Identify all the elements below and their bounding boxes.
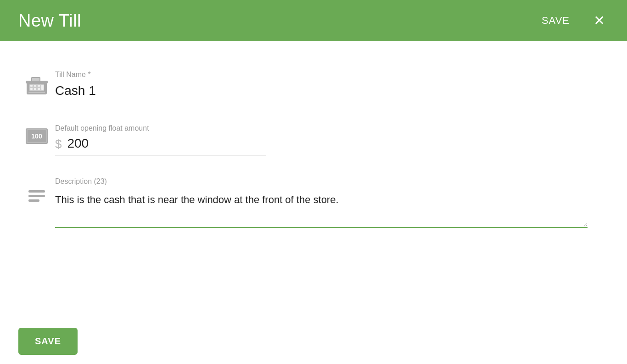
description-row: Description (23) This is the cash that i… (0, 166, 627, 241)
svg-rect-10 (34, 88, 36, 90)
svg-rect-5 (26, 81, 48, 83)
till-name-label: Till Name * (55, 71, 609, 79)
svg-rect-11 (38, 88, 40, 90)
description-field: Description (23) This is the cash that i… (55, 177, 609, 230)
svg-rect-17 (28, 190, 45, 193)
cash-register-icon-container (18, 71, 55, 95)
currency-symbol: $ (55, 135, 62, 151)
svg-rect-12 (41, 85, 44, 90)
app-container: New Till SAVE ✕ (0, 0, 627, 364)
description-label: Description (23) (55, 177, 609, 186)
float-amount-input[interactable] (67, 136, 266, 151)
float-amount-label: Default opening float amount (55, 124, 609, 132)
svg-rect-7 (34, 85, 36, 87)
header-save-button[interactable]: SAVE (540, 11, 571, 30)
float-input-wrapper: $ (55, 135, 266, 155)
till-name-row: Till Name * (0, 60, 627, 113)
svg-rect-6 (30, 85, 33, 87)
cash-register-icon (25, 74, 49, 95)
till-name-field: Till Name * (55, 71, 609, 102)
form-content: Till Name * 100 Default opening float am… (0, 41, 627, 319)
lines-icon-container (18, 177, 55, 204)
float-amount-field: Default opening float amount $ (55, 124, 609, 155)
lines-icon (28, 190, 45, 204)
float-amount-row: 100 Default opening float amount $ (0, 113, 627, 166)
money-icon: 100 (25, 128, 48, 144)
description-textarea[interactable]: This is the cash that is near the window… (55, 188, 588, 228)
money-icon-container: 100 (18, 124, 55, 144)
svg-rect-8 (38, 85, 40, 87)
svg-rect-18 (28, 195, 45, 197)
svg-rect-9 (30, 88, 33, 90)
svg-rect-2 (28, 92, 45, 93)
header-actions: SAVE ✕ (540, 11, 609, 30)
svg-text:100: 100 (31, 132, 42, 140)
svg-rect-19 (28, 199, 39, 202)
header: New Till SAVE ✕ (0, 0, 627, 41)
page-title: New Till (18, 11, 81, 31)
header-close-button[interactable]: ✕ (590, 12, 609, 29)
footer-save-button[interactable]: SAVE (18, 328, 78, 355)
footer: SAVE (0, 319, 627, 364)
till-name-input[interactable] (55, 82, 349, 102)
